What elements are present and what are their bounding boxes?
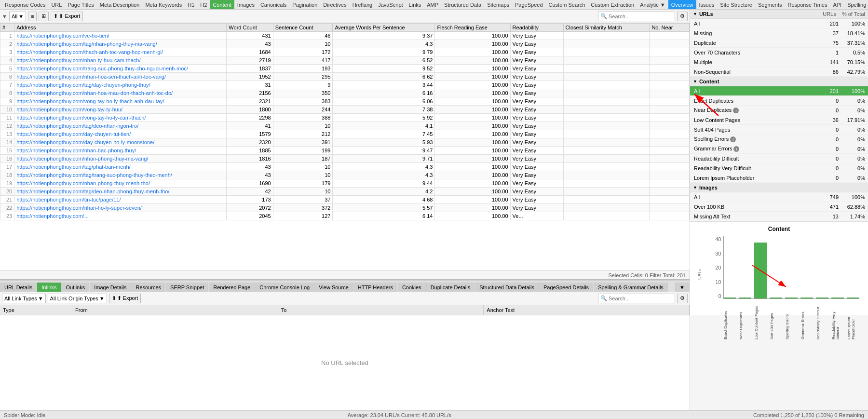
data-table-container[interactable]: #AddressWord CountSentence CountAverage … (0, 23, 690, 270)
right-panel-row[interactable]: Multiple14170.15% (690, 57, 868, 67)
table-row[interactable]: 10https://hotienphongthuy.com/vong-tay-t… (0, 106, 690, 114)
right-panel-row[interactable]: All749100% (690, 192, 868, 202)
search-box[interactable]: 🔍 (598, 12, 675, 21)
nav-item-directives[interactable]: Directives (320, 0, 349, 10)
col-header-no.-near[interactable]: No. Near (650, 24, 690, 32)
table-row[interactable]: 12https://hotienphongthuy.com/tag/deo-nh… (0, 122, 690, 130)
info-icon[interactable]: i (733, 146, 739, 152)
table-row[interactable]: 7https://hotienphongthuy.com/tag/day-chu… (0, 81, 690, 89)
bottom-tab-chrome-console-log[interactable]: Chrome Console Log (255, 283, 314, 292)
bottom-search-box[interactable]: 🔍 (598, 294, 675, 303)
bottom-tab-resources[interactable]: Resources (131, 283, 165, 292)
grid-view-button[interactable]: ⊞ (39, 12, 49, 21)
nav-item-canonicals[interactable]: Canonicals (258, 0, 289, 10)
info-icon[interactable]: i (730, 136, 736, 142)
table-row[interactable]: 4https://hotienphongthuy.com/nhan-ty-huu… (0, 56, 690, 65)
nav-item-structured-data[interactable]: Structured Data (441, 0, 484, 10)
right-panel-row[interactable]: Over 100 KB47162.88% (690, 202, 868, 212)
nav-item-pagination[interactable]: Pagination (289, 0, 320, 10)
nav-item-custom-search[interactable]: Custom Search (546, 0, 588, 10)
col-header-address[interactable]: Address (14, 24, 227, 32)
bottom-tab-view-source[interactable]: View Source (314, 283, 353, 292)
nav-item-pagespeed[interactable]: PageSpeed (512, 0, 546, 10)
table-row[interactable]: 22https://hotienphongthuy.com/nhan-ho-ly… (0, 204, 690, 212)
bottom-tab-outlinks[interactable]: Outlinks (61, 283, 89, 292)
table-row[interactable]: 8https://hotienphongthuy.com/nhan-hoa-ma… (0, 89, 690, 97)
nav-item-h1[interactable]: H1 (185, 0, 197, 10)
right-panel-row[interactable]: Non-Sequential8642.79% (690, 67, 868, 77)
urls-section-header[interactable]: ▼ URLs URLs % of Total (690, 10, 868, 19)
col-header-#[interactable]: # (0, 24, 14, 32)
right-panel-row[interactable]: All201100% (690, 19, 868, 28)
table-row[interactable]: 16https://hotienphongthuy.com/nhan-phong… (0, 155, 690, 163)
table-row[interactable]: 2https://hotienphongthuy.com/tag/nhan-ph… (0, 40, 690, 48)
col-header-readability[interactable]: Readability (510, 24, 563, 32)
right-nav-site-structure[interactable]: Site Structure (717, 0, 755, 10)
table-row[interactable]: 14https://hotienphongthuy.com/day-chuyen… (0, 138, 690, 147)
right-nav-issues[interactable]: Issues (696, 0, 718, 10)
right-panel-row[interactable]: Readability Difficult00% (690, 154, 868, 163)
bottom-tab-duplicate-details[interactable]: Duplicate Details (426, 283, 475, 292)
right-panel-row[interactable]: Duplicate7537.31% (690, 38, 868, 48)
col-header-word-count[interactable]: Word Count (227, 24, 273, 32)
right-panel-row[interactable]: Low Content Pages3617.91% (690, 115, 868, 125)
nav-item-h2[interactable]: H2 (197, 0, 210, 10)
export-button[interactable]: ⬆ ⬆ Export (51, 12, 83, 21)
nav-item-custom-extraction[interactable]: Custom Extraction (588, 0, 637, 10)
nav-item-meta-description[interactable]: Meta Description (97, 0, 143, 10)
list-view-button[interactable]: ≡ (28, 12, 37, 21)
bottom-search-input[interactable] (609, 296, 673, 301)
filter-options-button[interactable]: ⚙ (677, 12, 688, 21)
right-nav-response-times[interactable]: Response Times (785, 0, 830, 10)
nav-item-url[interactable]: URL (48, 0, 65, 10)
nav-item-amp[interactable]: AMP (424, 0, 441, 10)
info-icon[interactable]: i (733, 108, 739, 113)
tabs-more-button[interactable]: ▼ (675, 283, 689, 292)
right-panel-row[interactable]: Readability Very Difficult00% (690, 163, 868, 173)
bottom-tab-pagespeed-details[interactable]: PageSpeed Details (539, 283, 593, 292)
right-panel-row[interactable]: Missing3718.41% (690, 28, 868, 38)
right-nav-api[interactable]: API (830, 0, 844, 10)
right-panel-row[interactable]: Soft 404 Pages00% (690, 125, 868, 135)
bottom-tab-http-headers[interactable]: HTTP Headers (353, 283, 397, 292)
table-row[interactable]: 21https://hotienphongthuy.com/tin-tuc/pa… (0, 196, 690, 204)
nav-item-content[interactable]: Content (210, 0, 234, 10)
table-row[interactable]: 9https://hotienphongthuy.com/vong-tay-ho… (0, 97, 690, 106)
nav-item-sitemaps[interactable]: Sitemaps (484, 0, 512, 10)
origin-type-filter[interactable]: All Link Origin Types ▼ (48, 294, 107, 303)
nav-item-page-titles[interactable]: Page Titles (65, 0, 96, 10)
right-panel-row[interactable]: Spelling Errorsi00% (690, 135, 868, 144)
bottom-tab-spelling-&-grammar-details[interactable]: Spelling & Grammar Details (594, 283, 668, 292)
col-header-sentence-count[interactable]: Sentence Count (273, 24, 333, 32)
table-row[interactable]: 6https://hotienphongthuy.com/nhan-hoa-se… (0, 73, 690, 81)
table-row[interactable]: 18https://hotienphongthuy.com/tag/trang-… (0, 171, 690, 179)
table-row[interactable]: 17https://hotienphongthuy.com/tag/phat-b… (0, 163, 690, 171)
right-panel-row[interactable]: Over 70 Characters10.5% (690, 48, 868, 57)
nav-item-meta-keywords[interactable]: Meta Keywords (142, 0, 185, 10)
right-panel-row[interactable]: Missing Alt Text131.74% (690, 212, 868, 221)
right-nav-spelling-&-gramm[interactable]: Spelling & Gramm (844, 0, 868, 10)
table-row[interactable]: 19https://hotienphongthuy.com/nhan-phong… (0, 179, 690, 188)
nav-item-links[interactable]: Links (406, 0, 424, 10)
bottom-tab-rendered-page[interactable]: Rendered Page (209, 283, 255, 292)
right-nav-segments[interactable]: Segments (755, 0, 785, 10)
images-section-header[interactable]: ▼ Images (690, 183, 868, 192)
nav-item-analytic-▼[interactable]: Analytic ▼ (637, 0, 668, 10)
bottom-tab-serp-snippet[interactable]: SERP Snippet (166, 283, 208, 292)
nav-item-javascript[interactable]: JavaScript (375, 0, 406, 10)
filter-dropdown[interactable]: All ▼ (9, 12, 26, 21)
link-type-filter[interactable]: All Link Types ▼ (2, 294, 46, 303)
nav-item-response-codes[interactable]: Response Codes (2, 0, 48, 10)
col-header-average-words-per-sentence[interactable]: Average Words Per Sentence (333, 24, 435, 32)
right-panel-row[interactable]: Near Duplicatesi00% (690, 106, 868, 115)
table-row[interactable]: 3https://hotienphongthuy.com/thach-anh-t… (0, 48, 690, 56)
bottom-tab-structured-data-details[interactable]: Structured Data Details (475, 283, 539, 292)
nav-item-hreflang[interactable]: Hreflang (350, 0, 376, 10)
bottom-filter-options[interactable]: ⚙ (677, 294, 688, 303)
col-header-closest-similarity-match[interactable]: Closest Similarity Match (563, 24, 650, 32)
right-panel-row[interactable]: Lorem Ipsum Placeholder00% (690, 173, 868, 183)
table-row[interactable]: 20https://hotienphongthuy.com/tag/deo-nh… (0, 188, 690, 196)
bottom-export-button[interactable]: ⬆ ⬆ Export (109, 294, 141, 303)
right-panel-row[interactable]: Grammar Errorsi00% (690, 144, 868, 154)
table-row[interactable]: 15https://hotienphongthuy.com/nhan-bac-p… (0, 147, 690, 155)
